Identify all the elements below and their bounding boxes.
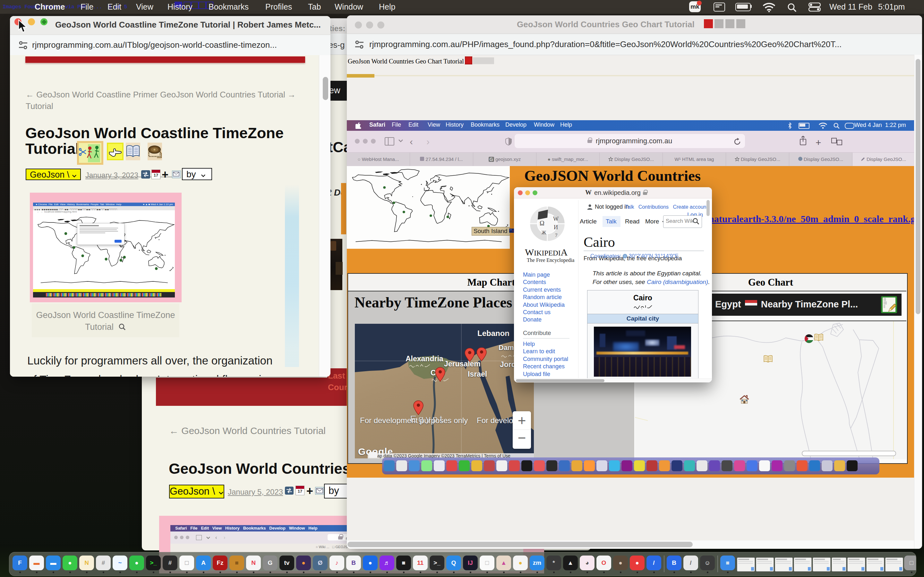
svg-text:Ω: Ω <box>540 219 544 227</box>
svg-text:И: И <box>554 224 558 230</box>
svg-text:7: 7 <box>555 233 557 238</box>
svg-text:W: W <box>553 216 559 222</box>
svg-text:Ж: Ж <box>541 230 546 235</box>
